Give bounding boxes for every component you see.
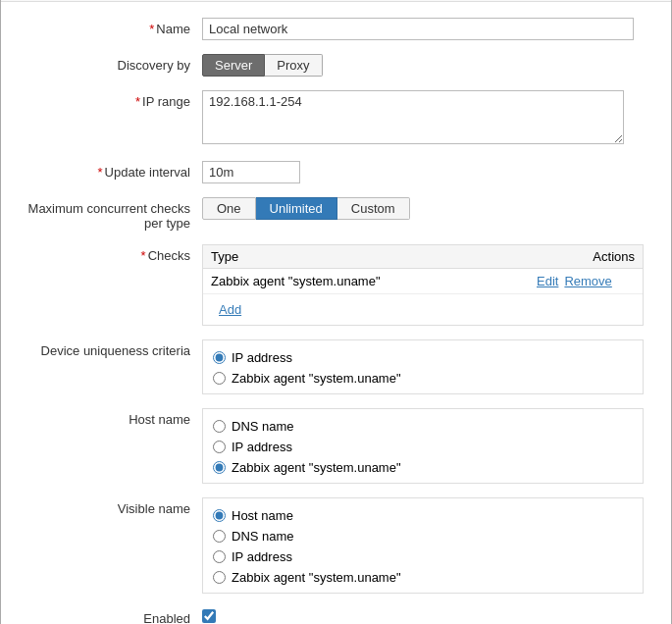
dialog-body: *Name Discovery by Server Proxy *IP rang… — [1, 2, 671, 625]
visible-name-label: Visible name — [21, 497, 202, 516]
hostname-dns-option[interactable]: DNS name — [213, 419, 633, 434]
ip-range-label: *IP range — [21, 90, 202, 109]
dialog: New discovery rule ? ✕ *Name Discovery b… — [0, 0, 672, 624]
hostname-dns-label: DNS name — [232, 419, 294, 434]
discovery-by-label: Discovery by — [21, 54, 202, 73]
hostname-agent-option[interactable]: Zabbix agent "system.uname" — [213, 460, 633, 475]
update-interval-control — [202, 161, 651, 183]
visible-ip-option[interactable]: IP address — [213, 549, 633, 564]
visible-hostname-radio[interactable] — [213, 509, 226, 522]
hostname-ip-option[interactable]: IP address — [213, 440, 633, 454]
discovery-by-buttons: Server Proxy — [202, 54, 651, 77]
device-uniqueness-agent-option[interactable]: Zabbix agent "system.uname" — [213, 371, 633, 386]
discovery-server-button[interactable]: Server — [202, 54, 265, 77]
discovery-by-row: Discovery by Server Proxy — [21, 54, 651, 77]
visible-agent-option[interactable]: Zabbix agent "system.uname" — [213, 570, 633, 585]
ip-range-control: 192.168.1.1-254 — [202, 90, 651, 147]
max-concurrent-control: One Unlimited Custom — [202, 197, 651, 220]
name-row: *Name — [21, 18, 651, 40]
visible-dns-radio[interactable] — [213, 530, 226, 543]
discovery-proxy-button[interactable]: Proxy — [265, 54, 322, 77]
name-required: * — [149, 22, 154, 36]
name-label: *Name — [21, 18, 202, 36]
name-control — [202, 18, 651, 40]
hostname-dns-radio[interactable] — [213, 420, 226, 433]
checks-data-row: Zabbix agent "system.uname" Edit Remove — [203, 269, 643, 294]
device-uniqueness-ip-option[interactable]: IP address — [213, 350, 633, 365]
device-uniqueness-row: Device uniqueness criteria IP address Za… — [21, 339, 651, 394]
visible-ip-radio[interactable] — [213, 550, 226, 563]
device-uniqueness-agent-radio[interactable] — [213, 372, 226, 385]
checks-col-type: Type — [211, 249, 537, 264]
visible-agent-label: Zabbix agent "system.uname" — [232, 570, 401, 585]
visible-name-row: Visible name Host name DNS name IP addre… — [21, 497, 651, 594]
checks-table: Type Actions Zabbix agent "system.uname"… — [202, 244, 644, 326]
checks-required: * — [141, 248, 146, 263]
hostname-control: DNS name IP address Zabbix agent "system… — [202, 408, 644, 484]
visible-dns-label: DNS name — [232, 529, 294, 544]
update-interval-row: *Update interval — [21, 161, 651, 183]
update-interval-label: *Update interval — [21, 161, 202, 180]
check-remove-button[interactable]: Remove — [564, 274, 611, 288]
visible-dns-option[interactable]: DNS name — [213, 529, 633, 544]
checks-label: *Checks — [21, 244, 202, 263]
concurrent-buttons: One Unlimited Custom — [202, 197, 651, 220]
checks-add-row: Add — [203, 294, 643, 325]
device-uniqueness-control: IP address Zabbix agent "system.uname" — [202, 339, 644, 394]
visible-hostname-option[interactable]: Host name — [213, 508, 633, 523]
hostname-ip-label: IP address — [232, 440, 292, 454]
hostname-agent-label: Zabbix agent "system.uname" — [232, 460, 401, 475]
host-name-label: Host name — [21, 408, 202, 427]
device-uniqueness-ip-radio[interactable] — [213, 351, 226, 364]
check-type-label: Zabbix agent "system.uname" — [211, 274, 537, 288]
check-edit-button[interactable]: Edit — [537, 274, 558, 288]
host-name-row: Host name DNS name IP address Zabbix age… — [21, 408, 651, 484]
hostname-agent-radio[interactable] — [213, 461, 226, 474]
checks-header: Type Actions — [203, 245, 643, 269]
checks-col-actions: Actions — [537, 249, 635, 264]
concurrent-one-button[interactable]: One — [202, 197, 256, 220]
visible-ip-label: IP address — [232, 549, 292, 564]
checks-row: *Checks Type Actions Zabbix agent "syste… — [21, 244, 651, 326]
device-uniqueness-label: Device uniqueness criteria — [21, 339, 202, 358]
hostname-ip-radio[interactable] — [213, 441, 226, 453]
ip-range-textarea[interactable]: 192.168.1.1-254 — [202, 90, 624, 144]
device-uniqueness-agent-label: Zabbix agent "system.uname" — [232, 371, 401, 386]
device-uniqueness-ip-label: IP address — [232, 350, 292, 365]
visible-hostname-label: Host name — [232, 508, 293, 523]
checks-section: Type Actions Zabbix agent "system.uname"… — [202, 244, 644, 326]
concurrent-unlimited-button[interactable]: Unlimited — [256, 197, 337, 220]
enabled-row: Enabled — [21, 607, 651, 625]
visible-agent-radio[interactable] — [213, 571, 226, 584]
check-actions: Edit Remove — [537, 274, 635, 288]
update-interval-required: * — [97, 165, 102, 180]
hostname-radio-group: DNS name IP address Zabbix agent "system… — [213, 417, 633, 475]
enabled-checkbox[interactable] — [202, 609, 216, 623]
ip-range-required: * — [135, 94, 140, 109]
visible-name-control: Host name DNS name IP address Zabbix age… — [202, 497, 644, 594]
name-input[interactable] — [202, 18, 634, 40]
update-interval-input[interactable] — [202, 161, 300, 183]
checks-add-link[interactable]: Add — [211, 298, 249, 321]
ip-range-row: *IP range 192.168.1.1-254 — [21, 90, 651, 147]
max-concurrent-row: Maximum concurrent checks per type One U… — [21, 197, 651, 231]
concurrent-custom-button[interactable]: Custom — [337, 197, 410, 220]
max-concurrent-label: Maximum concurrent checks per type — [21, 197, 202, 231]
enabled-label: Enabled — [21, 607, 202, 625]
visible-name-radio-group: Host name DNS name IP address Zabbix age… — [213, 506, 633, 585]
enabled-control — [202, 607, 216, 623]
discovery-by-control: Server Proxy — [202, 54, 651, 77]
device-uniqueness-radio-group: IP address Zabbix agent "system.uname" — [213, 348, 633, 386]
